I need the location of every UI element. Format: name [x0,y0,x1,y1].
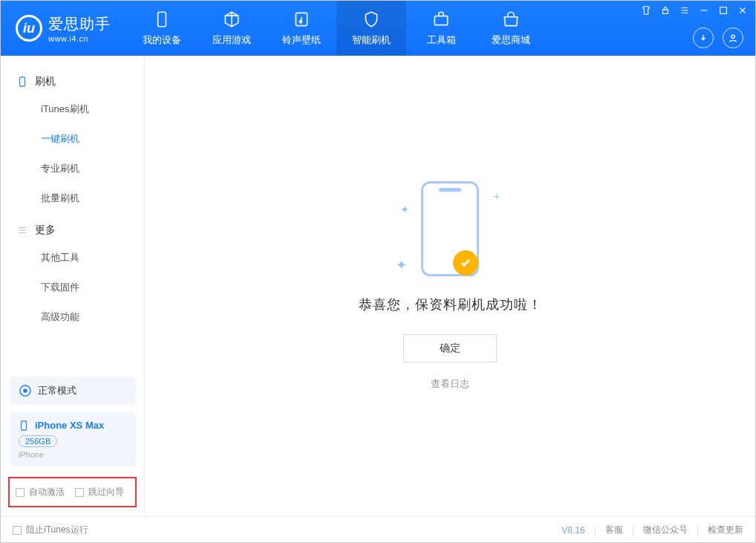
svg-rect-0 [158,12,166,27]
header-actions [693,27,743,48]
link-service[interactable]: 客服 [605,524,623,536]
menu-icon[interactable] [680,5,690,16]
cube-icon [222,10,241,29]
nav-label: 爱思商城 [492,33,530,47]
toolbox-icon [431,10,451,29]
tshirt-icon[interactable] [641,5,651,16]
device-name: iPhone XS Max [35,420,104,431]
nav-toolbox[interactable]: 工具箱 [406,1,476,56]
svg-rect-5 [720,7,727,14]
checkbox-auto-activate[interactable]: 自动激活 [16,486,65,498]
link-update[interactable]: 检查更新 [708,524,743,536]
close-button[interactable] [737,5,748,16]
main-content: ✦ + ✦ 恭喜您，保资料刷机成功啦！ 确定 查看日志 [145,56,755,516]
device-capacity: 256GB [19,435,57,447]
app-logo: iu 爱思助手 www.i4.cn [1,14,127,43]
sidebar: 刷机 iTunes刷机 一键刷机 专业刷机 批量刷机 更多 其他工具 下载固件 … [1,56,145,516]
checkbox-label: 跳过向导 [88,486,124,498]
sidebar-item-itunes-flash[interactable]: iTunes刷机 [1,94,144,124]
titlebar: iu 爱思助手 www.i4.cn 我的设备 应用游戏 铃声壁纸 智能刷机 工具… [1,1,755,56]
nav-label: 智能刷机 [352,33,391,47]
nav-label: 我的设备 [143,33,181,47]
view-log-link[interactable]: 查看日志 [431,377,469,391]
sidebar-group-title: 刷机 [35,75,56,88]
svg-rect-3 [434,16,447,25]
sidebar-group-title: 更多 [35,224,56,237]
version-label: V8.16 [561,525,584,536]
svg-rect-4 [663,10,668,13]
device-phone-icon [19,420,29,431]
nav-store[interactable]: 爱思商城 [476,1,546,56]
nav-apps[interactable]: 应用游戏 [197,1,267,56]
svg-point-6 [731,35,734,38]
note-icon [292,10,311,29]
checkbox-block-itunes[interactable]: 阻止iTunes运行 [13,524,88,536]
checkbox-label: 阻止iTunes运行 [26,524,88,536]
nav-flash[interactable]: 智能刷机 [336,1,406,56]
sparkle-icon: + [494,190,500,202]
minimize-button[interactable] [699,5,709,16]
mode-icon [19,384,32,397]
mode-label: 正常模式 [38,384,76,397]
sidebar-item-other-tools[interactable]: 其他工具 [1,243,144,273]
success-message: 恭喜您，保资料刷机成功啦！ [359,296,542,313]
sparkle-icon: ✦ [400,204,409,215]
sidebar-item-batch-flash[interactable]: 批量刷机 [1,183,144,213]
sidebar-item-pro-flash[interactable]: 专业刷机 [1,154,144,183]
ok-button[interactable]: 确定 [403,334,497,362]
window-controls [641,5,748,16]
checkbox-skip-guide[interactable]: 跳过向导 [75,486,124,498]
phone-icon [152,10,172,29]
nav-label: 铃声壁纸 [282,33,321,47]
statusbar: 阻止iTunes运行 V8.16 | 客服 | 微信公众号 | 检查更新 [1,516,755,543]
checkbox-icon [13,526,22,535]
svg-point-2 [299,21,302,23]
sidebar-item-advanced[interactable]: 高级功能 [1,302,144,332]
shield-icon [362,10,381,29]
nav-label: 应用游戏 [212,33,251,47]
phone-illustration-icon [421,181,479,276]
sidebar-item-oneclick-flash[interactable]: 一键刷机 [1,124,144,154]
account-button[interactable] [723,27,743,48]
maximize-button[interactable] [718,5,729,16]
device-card[interactable]: iPhone XS Max 256GB iPhone [10,412,135,466]
phone-outline-icon [17,77,27,87]
logo-icon: iu [16,15,42,42]
check-badge-icon [453,250,478,276]
sidebar-group-more: 更多 [1,218,144,243]
svg-point-9 [24,389,27,392]
nav-ringtones[interactable]: 铃声壁纸 [267,1,336,56]
svg-rect-10 [22,420,27,429]
mode-card[interactable]: 正常模式 [10,377,135,405]
svg-rect-7 [20,77,25,86]
lock-icon[interactable] [660,5,671,16]
nav-my-device[interactable]: 我的设备 [127,1,197,56]
device-type: iPhone [19,450,126,459]
sidebar-group-flash: 刷机 [1,69,144,94]
app-name: 爱思助手 [48,14,111,34]
sidebar-item-download-firmware[interactable]: 下载固件 [1,273,144,302]
checkbox-icon [16,488,25,497]
app-url: www.i4.cn [48,34,111,43]
store-icon [501,10,521,29]
main-nav: 我的设备 应用游戏 铃声壁纸 智能刷机 工具箱 爱思商城 [127,1,546,56]
success-illustration: ✦ + ✦ [409,181,491,278]
checkbox-label: 自动激活 [29,486,65,498]
list-icon [17,225,27,235]
sparkle-icon: ✦ [396,257,407,273]
checkbox-icon [75,488,84,497]
download-button[interactable] [693,27,714,48]
nav-label: 工具箱 [427,33,456,47]
link-wechat[interactable]: 微信公众号 [643,524,688,536]
options-highlight: 自动激活 跳过向导 [8,477,137,507]
